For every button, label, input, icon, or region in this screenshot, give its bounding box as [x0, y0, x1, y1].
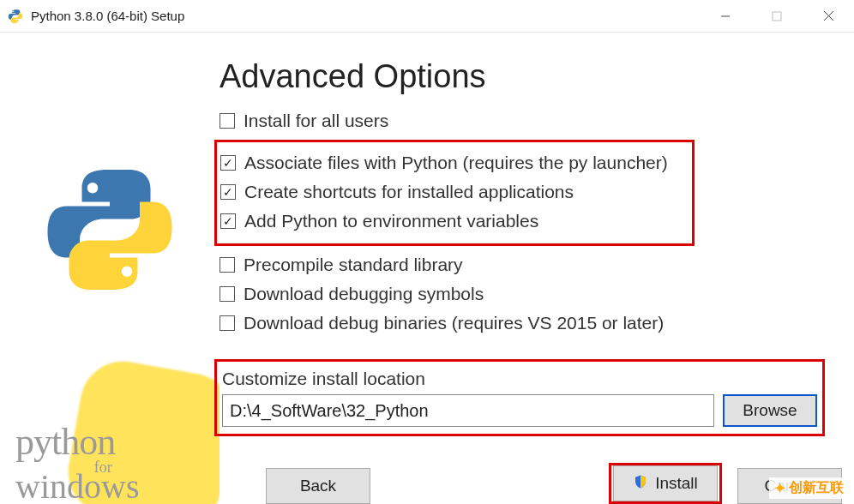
python-logo	[41, 161, 178, 302]
spark-icon: ✦	[774, 480, 785, 496]
svg-rect-1	[773, 12, 781, 21]
checkbox-icon[interactable]	[220, 155, 236, 171]
checkbox-icon[interactable]	[220, 113, 235, 129]
option-label: Create shortcuts for installed applicati…	[244, 182, 574, 202]
back-button[interactable]: Back	[266, 468, 370, 504]
checkbox-icon[interactable]	[220, 286, 235, 302]
highlight-box-options: Associate files with Python (requires th…	[214, 140, 695, 246]
install-button[interactable]: Install	[613, 465, 718, 501]
install-button-label: Install	[655, 474, 698, 493]
brand-text: python for windows	[15, 423, 139, 504]
option-label: Download debugging symbols	[244, 284, 484, 304]
option-create-shortcuts[interactable]: Create shortcuts for installed applicati…	[220, 182, 689, 202]
option-label: Add Python to environment variables	[244, 211, 538, 231]
option-download-debug-symbols[interactable]: Download debugging symbols	[220, 284, 837, 304]
titlebar: Python 3.8.0 (64-bit) Setup	[0, 0, 854, 33]
shield-icon	[633, 474, 648, 494]
maximize-button[interactable]	[751, 0, 803, 32]
minimize-button[interactable]	[700, 0, 751, 32]
close-button[interactable]	[803, 0, 854, 32]
watermark-text: 创新互联	[789, 479, 844, 497]
option-label: Associate files with Python (requires th…	[244, 153, 668, 173]
window-title: Python 3.8.0 (64-bit) Setup	[31, 9, 700, 23]
highlight-box-install: Install	[609, 463, 722, 504]
option-associate-files[interactable]: Associate files with Python (requires th…	[220, 153, 689, 173]
install-location-input[interactable]	[222, 394, 714, 427]
sidebar: python for windows	[0, 33, 220, 504]
python-app-icon	[7, 8, 24, 25]
brand-windows: windows	[15, 470, 139, 504]
option-precompile[interactable]: Precompile standard library	[220, 255, 837, 275]
watermark: ✦ 创新互联	[769, 477, 849, 499]
checkbox-icon[interactable]	[220, 315, 235, 331]
main-panel: Advanced Options Install for all users A…	[220, 33, 854, 504]
option-add-env-vars[interactable]: Add Python to environment variables	[220, 211, 689, 231]
highlight-box-location: Customize install location Browse	[214, 359, 825, 436]
page-title: Advanced Options	[220, 58, 837, 95]
window-controls	[700, 0, 854, 32]
option-download-debug-binaries[interactable]: Download debug binaries (requires VS 201…	[220, 313, 837, 333]
install-location-label: Customize install location	[222, 369, 817, 389]
option-label: Precompile standard library	[244, 255, 463, 275]
brand-python: python	[15, 423, 139, 461]
checkbox-icon[interactable]	[220, 213, 236, 229]
option-label: Install for all users	[244, 111, 388, 131]
option-install-all-users[interactable]: Install for all users	[220, 111, 837, 131]
checkbox-icon[interactable]	[220, 184, 236, 200]
option-label: Download debug binaries (requires VS 201…	[244, 313, 664, 333]
browse-button[interactable]: Browse	[723, 394, 817, 427]
bottom-button-bar: Back Install Cancel	[220, 465, 842, 504]
checkbox-icon[interactable]	[220, 257, 235, 273]
